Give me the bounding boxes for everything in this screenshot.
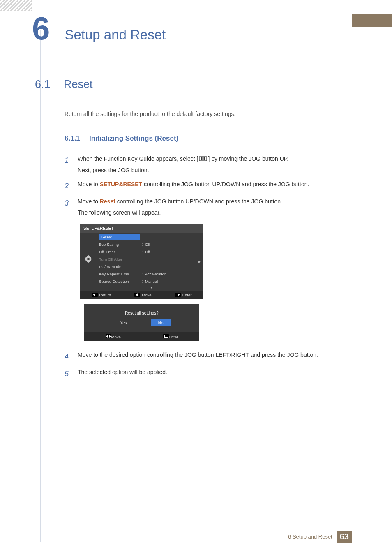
osd-footer: Return Move Enter: [80, 291, 203, 299]
osd-colon: :: [140, 272, 145, 276]
confirm-dialog: Reset all settings? Yes No Move Enter: [84, 304, 199, 341]
page-footer: 6 Setup and Reset 63: [288, 531, 352, 543]
dialog-buttons: Yes No: [84, 319, 199, 332]
main-content: 6.1Reset Return all the settings for the…: [35, 78, 352, 384]
subsection-number: 6.1.1: [65, 134, 89, 143]
osd-menu-item: Reset: [99, 234, 203, 241]
arrow-right-icon: ▸: [198, 259, 201, 264]
subsection-heading: 6.1.1Initializing Settings (Reset): [65, 134, 352, 143]
section-intro: Return all the settings for the product …: [65, 111, 352, 117]
step-4: 4 Move to the desired option controlling…: [65, 349, 352, 363]
updown-key-icon: [134, 293, 140, 297]
osd-menu-item: Off Timer:Off: [99, 248, 203, 256]
keyword-reset: Reset: [100, 198, 115, 205]
osd-menu-item: Source Detection:Manual: [99, 278, 203, 285]
enter-key-icon: [163, 334, 169, 338]
step-3: 3 Move to Reset controlling the JOG butt…: [65, 196, 352, 218]
osd-item-label: Reset: [99, 234, 140, 240]
svg-rect-3: [204, 157, 205, 160]
step-2: 2 Move to SETUP&RESET controlling the JO…: [65, 179, 352, 193]
chapter-number: 6: [32, 16, 49, 41]
svg-rect-9: [91, 259, 92, 259]
osd-item-label: Source Detection: [99, 279, 140, 284]
osd-menu-item: Turn Off After: [99, 256, 203, 263]
header-brown-bar: [352, 14, 392, 27]
dialog-footer-move: Move: [106, 334, 121, 339]
osd-item-value: Off: [145, 250, 150, 254]
section-number: 6.1: [35, 78, 64, 91]
step-list: 1 When the Function Key Guide appears, s…: [65, 153, 352, 218]
osd-menu-list: ResetEco Saving:OffOff Timer:OffTurn Off…: [99, 234, 203, 285]
subsection-title: Initializing Settings (Reset): [89, 134, 178, 142]
right-key-icon: [175, 293, 181, 297]
footer-rule: [40, 530, 352, 530]
menu-icon: [199, 154, 207, 165]
osd-colon: :: [140, 279, 145, 284]
gear-icon: [84, 255, 92, 263]
keyword-setup-reset: SETUP&RESET: [100, 181, 142, 187]
osd-footer-move: Move: [134, 293, 151, 297]
arrow-down-icon: ▾: [99, 285, 203, 291]
footer-label: 6 Setup and Reset: [288, 534, 332, 540]
step-body: Move to SETUP&RESET controlling the JOG …: [78, 179, 352, 193]
osd-item-label: Off Timer: [99, 250, 140, 254]
svg-rect-7: [88, 261, 89, 263]
step-number: 4: [65, 349, 78, 363]
osd-item-value: Off: [145, 242, 150, 247]
dialog-question: Reset all settings?: [84, 304, 199, 319]
osd-item-label: PC/AV Mode: [99, 264, 140, 269]
osd-item-value: Acceleration: [145, 272, 166, 276]
step-number: 3: [65, 196, 78, 218]
step-number: 2: [65, 179, 78, 193]
step-body: The selected option will be applied.: [78, 367, 352, 381]
osd-menu-item: Eco Saving:Off: [99, 241, 203, 248]
step-number: 1: [65, 153, 78, 176]
osd-item-label: Eco Saving: [99, 242, 140, 247]
osd-panel: SETUP&RESET ▸ ResetEco Saving:OffOff Tim…: [80, 224, 203, 299]
step-body: Move to the desired option controlling t…: [78, 349, 352, 363]
chapter-title: Setup and Reset: [65, 27, 166, 43]
step-body: When the Function Key Guide appears, sel…: [78, 153, 352, 176]
svg-point-5: [87, 258, 90, 260]
step-list-cont: 4 Move to the desired option controlling…: [65, 349, 352, 381]
section-heading: 6.1Reset: [35, 78, 352, 91]
corner-hatch: [0, 0, 32, 11]
dialog-footer-enter: Enter: [163, 334, 178, 339]
page-number: 63: [337, 531, 352, 543]
osd-footer-enter: Enter: [175, 293, 192, 297]
dialog-footer: Move Enter: [84, 332, 199, 341]
svg-rect-8: [84, 259, 85, 259]
svg-rect-1: [201, 157, 202, 160]
leftright-key-icon: [106, 334, 111, 338]
osd-colon: :: [140, 250, 145, 254]
osd-menu-item: Key Repeat Time:Acceleration: [99, 271, 203, 278]
osd-item-label: Key Repeat Time: [99, 272, 140, 276]
section-title: Reset: [64, 78, 93, 90]
osd-title: SETUP&RESET: [80, 224, 203, 233]
osd-screenshot-group: SETUP&RESET ▸ ResetEco Saving:OffOff Tim…: [80, 224, 352, 341]
svg-rect-6: [88, 255, 89, 256]
svg-rect-2: [203, 157, 204, 160]
step-1: 1 When the Function Key Guide appears, s…: [65, 153, 352, 176]
osd-body: ▸ ResetEco Saving:OffOff Timer:OffTurn O…: [80, 233, 203, 291]
osd-colon: :: [140, 242, 145, 247]
step-5: 5 The selected option will be applied.: [65, 367, 352, 381]
osd-item-label: Turn Off After: [99, 257, 140, 261]
osd-item-value: Manual: [145, 279, 158, 284]
dialog-yes: Yes: [113, 319, 134, 326]
dialog-no: No: [151, 319, 171, 326]
step-body: Move to Reset controlling the JOG button…: [78, 196, 352, 218]
left-key-icon: [92, 293, 98, 297]
osd-footer-return: Return: [92, 293, 111, 297]
osd-menu-item: PC/AV Mode: [99, 263, 203, 271]
step-number: 5: [65, 367, 78, 381]
chapter-header: 6 Setup and Reset: [0, 16, 166, 43]
